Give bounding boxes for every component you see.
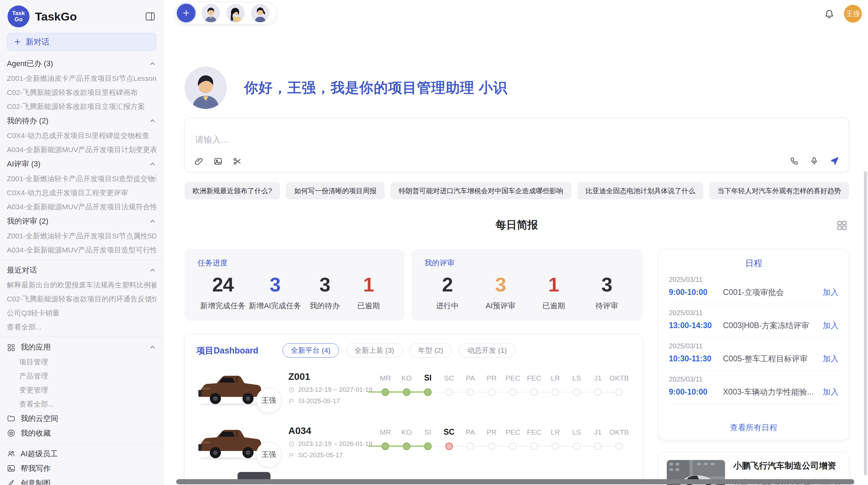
- phone-icon[interactable]: [790, 157, 799, 165]
- sidebar-header: Task Go TaskGo: [0, 0, 163, 30]
- dashboard-filter-pill[interactable]: 年型 (2): [410, 343, 452, 358]
- layout-grid-icon[interactable]: [836, 220, 847, 231]
- dashboard-filter-pill[interactable]: 全新上装 (3): [346, 343, 403, 358]
- new-chat-button[interactable]: 新对话: [7, 33, 156, 51]
- chevron-up-icon: [149, 266, 156, 274]
- sidebar-conversation-item[interactable]: C02-飞腾新能源轻客改款项目立项汇报方案: [7, 99, 156, 113]
- sidebar-tool[interactable]: 创意制图: [7, 476, 156, 485]
- agent-avatar-bar: [174, 2, 277, 24]
- project-dashboard-card: 项目Dashboard 全新平台 (4)全新上装 (3)年型 (2)动总开发 (…: [184, 334, 643, 485]
- project-row[interactable]: 王强A0342023-12-19 ~ 2026-01-19SC-2025-05-…: [185, 414, 642, 468]
- view-all-schedule-link[interactable]: 查看所有日程: [669, 418, 839, 435]
- milestone-dot: [615, 388, 623, 396]
- microphone-icon[interactable]: [810, 157, 819, 165]
- sidebar-conversation-item[interactable]: Z001-全新燃油轻卡产品开发项目SI造型提交物评审: [7, 172, 156, 186]
- sidebar-section-header[interactable]: AI评审 (3): [7, 157, 156, 172]
- sidebar-toggle-icon[interactable]: [145, 11, 156, 22]
- project-code: A034: [288, 425, 375, 436]
- milestone-label: KO: [396, 374, 417, 382]
- project-flag: SI-2025-05-17: [298, 397, 340, 405]
- schedule-time: 9:00-10:00: [669, 387, 723, 397]
- join-meeting-link[interactable]: 加入: [823, 287, 839, 298]
- stat-card-title: 我的评审: [424, 258, 630, 268]
- suggestion-chip[interactable]: 欧洲新规最近颁布了什么?: [184, 182, 280, 199]
- sidebar-conversation-item[interactable]: Z001-全新燃油皮卡产品开发项目SI节点Lesson Learn报告: [7, 71, 156, 85]
- stat-label: 我的待办: [304, 301, 345, 311]
- sidebar-tool[interactable]: AI超级员工: [7, 446, 156, 461]
- sidebar-conversation-item[interactable]: A034-全新新能源MUV产品开发项目造型可行性评审: [7, 243, 156, 257]
- bell-icon[interactable]: [824, 9, 834, 19]
- greeting-text: 你好，王强，我是你的项目管理助理 小识: [244, 78, 507, 97]
- horizontal-scrollbar[interactable]: [176, 479, 854, 484]
- sidebar-conversation-item[interactable]: 查看全部...: [7, 320, 156, 334]
- join-meeting-link[interactable]: 加入: [823, 320, 839, 331]
- sidebar-link[interactable]: 我的收藏: [7, 426, 156, 440]
- schedule-list: 2025/03/119:00-10:00C001-立项审批会加入2025/03/…: [669, 271, 839, 418]
- sidebar-app-item[interactable]: 产品管理: [7, 369, 156, 383]
- image-icon[interactable]: [214, 157, 222, 166]
- chat-input[interactable]: [195, 135, 675, 145]
- sidebar-section-my-apps[interactable]: 我的应用: [7, 340, 156, 355]
- suggestion-chip[interactable]: 特朗普可能对进口汽车增税会对中国车企造成哪些影响: [390, 182, 571, 199]
- project-row[interactable]: 王强Z0012023-12-19 ~ 2027-01-19SI-2025-05-…: [185, 360, 642, 414]
- agent-avatar[interactable]: [251, 4, 269, 22]
- sidebar-conversation-item[interactable]: C0X4-动力总成开发项目SI里程碑提交物检查: [7, 128, 156, 142]
- sidebar-conversation-item[interactable]: Z001-全新燃油轻卡产品开发项目SI节点属性5D文件评审: [7, 229, 156, 243]
- milestone-track: MRKOSISCPAPRPECFECLRLSJ1OKTB: [375, 425, 631, 466]
- sidebar-app-item[interactable]: 项目管理: [7, 355, 156, 369]
- milestone-dot: [552, 443, 559, 450]
- suggestion-chip[interactable]: 如何写一份清晰的项目周报: [286, 182, 385, 199]
- sidebar-conversation-item[interactable]: C0X4-动力总成开发项目工程变更评审: [7, 186, 156, 200]
- agent-avatar[interactable]: [226, 4, 245, 22]
- suggestion-chips: 欧洲新规最近颁布了什么?如何写一份清晰的项目周报特朗普可能对进口汽车增税会对中国…: [184, 182, 849, 199]
- milestone-dot: [509, 388, 517, 396]
- sidebar-conversation-item[interactable]: C02-飞腾新能源轻客改款项目的闭环通告反馈情况: [7, 292, 156, 306]
- milestone-label: KO: [396, 428, 417, 436]
- join-meeting-link[interactable]: 加入: [823, 387, 839, 397]
- milestone-label: SC: [438, 374, 460, 382]
- milestone-label: SI: [417, 428, 438, 436]
- stat-label: 进行中: [427, 301, 468, 311]
- dashboard-filter-pill[interactable]: 全新平台 (4): [282, 343, 339, 358]
- vertical-scrollbar[interactable]: [864, 171, 867, 475]
- sidebar-link[interactable]: 我的云空间: [7, 411, 156, 426]
- grid-icon: [7, 343, 15, 352]
- clock-icon: [288, 441, 295, 447]
- suggestion-chip[interactable]: 比亚迪全固态电池计划具体说了什么: [577, 182, 703, 199]
- sidebar-tool[interactable]: 帮我写作: [7, 461, 156, 476]
- join-meeting-link[interactable]: 加入: [823, 353, 839, 364]
- suggestion-chip[interactable]: 当下年轻人对汽车外观有怎样的喜好趋势: [709, 182, 849, 199]
- sidebar-section-header[interactable]: 我的评审 (2): [7, 214, 156, 229]
- sidebar-conversation-item[interactable]: A034-全新新能源MUV产品开发项目法规符合性评审: [7, 200, 156, 214]
- dashboard-filter-pill[interactable]: 动总开发 (1): [459, 343, 516, 358]
- chevron-up-icon: [149, 217, 156, 225]
- stat: 3AI预评审: [480, 273, 521, 311]
- daily-stat-card: 任务进度24新增完成任务3新增AI完成任务3我的待办1已逾期: [184, 249, 405, 321]
- schedule-date: 2025/03/11: [669, 375, 839, 383]
- stat-value: 2: [427, 273, 468, 296]
- sidebar-conversation-item[interactable]: A034-全新新能源MUV产品开发项目计划变更表编写: [7, 142, 156, 157]
- scissors-icon[interactable]: [233, 157, 242, 166]
- stat-value: 3: [304, 273, 345, 296]
- greeting: 你好，王强，我是你的项目管理助理 小识: [184, 66, 507, 109]
- sidebar-app-item[interactable]: 变更管理: [7, 383, 156, 397]
- sidebar-section-header[interactable]: 我的待办 (2): [7, 113, 156, 128]
- plus-icon: [13, 38, 22, 46]
- milestone-dot: [615, 443, 623, 450]
- send-icon[interactable]: [830, 156, 839, 166]
- sidebar-app-item[interactable]: 查看全部...: [7, 397, 156, 411]
- stat-value: 3: [480, 273, 521, 296]
- schedule-item: 2025/03/1113:00-14:30C003|H0B-方案冻结评审加入: [669, 304, 839, 337]
- sidebar-section-header[interactable]: Agent已办 (3): [7, 56, 156, 71]
- sidebar-conversation-item[interactable]: 公司Q3轻卡销量: [7, 306, 156, 320]
- sidebar-conversation-item[interactable]: C02-飞腾新能源轻客改款项目里程碑画布: [7, 85, 156, 99]
- stat-value: 1: [533, 273, 574, 296]
- user-avatar[interactable]: 王强: [844, 5, 862, 23]
- sidebar-conversation-item[interactable]: 解释最新出台的欧盟报废车法规再生塑料比例被调至15%...: [7, 278, 156, 292]
- daily-brief-title: 每日简报: [496, 219, 538, 231]
- photo-icon: [7, 464, 15, 473]
- add-agent-button[interactable]: [177, 4, 195, 22]
- sidebar-section-header[interactable]: 最近对话: [7, 263, 156, 278]
- paperclip-icon[interactable]: [194, 157, 203, 166]
- agent-avatar[interactable]: [202, 4, 220, 22]
